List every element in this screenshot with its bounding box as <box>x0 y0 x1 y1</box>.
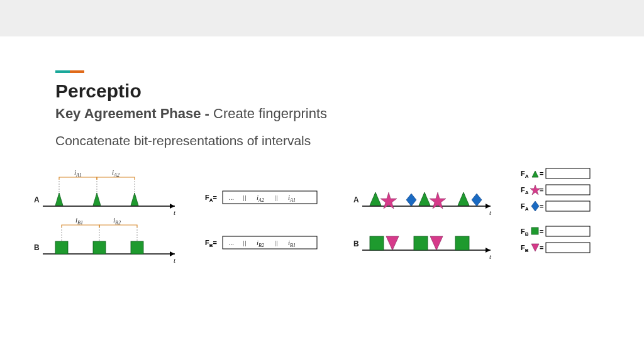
svg-text:FB: FB <box>521 244 529 253</box>
triangle-icon <box>55 193 63 206</box>
square-icon <box>55 241 68 254</box>
panel-timelines-ab: A t iA1 iA2 B <box>30 165 194 274</box>
fb-square-row: FB = <box>521 226 590 237</box>
interval-iB1: iB1 <box>75 216 83 226</box>
body-text: Concatenate bit-representations of inter… <box>55 133 594 148</box>
svg-marker-17 <box>532 171 538 177</box>
fa-dots: ... <box>229 194 234 201</box>
svg-text:=: = <box>540 186 543 194</box>
fb-dtri-row: FB = <box>521 243 590 253</box>
interval-iA1: iA1 <box>74 168 82 178</box>
fa-triangle-row: FA = <box>521 168 590 179</box>
svg-rect-23 <box>546 185 590 195</box>
subtitle-strong: Key Agreement Phase - <box>55 106 213 121</box>
svg-text:FA: FA <box>521 186 529 195</box>
svg-text:=: = <box>540 170 543 177</box>
diamond-icon <box>406 194 416 206</box>
triangle-icon <box>419 192 430 206</box>
svg-rect-11 <box>223 236 317 249</box>
triangle-icon <box>370 192 381 206</box>
svg-rect-19 <box>546 168 590 178</box>
square-icon <box>93 241 106 254</box>
axis-a2-t: t <box>489 209 492 216</box>
fa-star-row: FA = <box>521 185 590 195</box>
accent-teal <box>55 70 70 73</box>
down-triangle-icon <box>386 236 399 250</box>
svg-rect-29 <box>531 228 538 234</box>
fa-bars2: || <box>274 194 278 201</box>
triangle-icon <box>93 193 101 206</box>
diagram-area: A t iA1 iA2 B <box>55 165 596 290</box>
row-b-label-2: B <box>353 239 359 248</box>
svg-marker-25 <box>531 201 539 211</box>
svg-rect-27 <box>546 201 590 211</box>
subtitle: Key Agreement Phase - Create fingerprint… <box>55 106 594 122</box>
square-icon <box>414 236 428 250</box>
svg-text:=: = <box>540 244 543 251</box>
svg-text:=: = <box>540 228 543 235</box>
svg-marker-6 <box>170 251 175 256</box>
fa-bars1: || <box>243 194 247 201</box>
top-gray-band <box>0 0 644 36</box>
axis-a-t: t <box>174 209 176 216</box>
triangle-icon <box>458 192 469 206</box>
svg-text:FA: FA <box>521 170 529 179</box>
square-icon <box>131 241 143 254</box>
down-triangle-icon <box>430 236 443 250</box>
slide-content: Perceptio Key Agreement Phase - Create f… <box>0 36 644 290</box>
square-icon <box>455 236 469 250</box>
row-a-label-2: A <box>353 195 359 204</box>
subtitle-rest: Create fingerprints <box>213 106 327 121</box>
triangle-icon <box>131 193 138 206</box>
axis-b2-t: t <box>489 253 492 260</box>
page-title: Perceptio <box>55 80 594 102</box>
svg-text:=: = <box>540 202 543 210</box>
svg-rect-10 <box>223 191 317 204</box>
svg-marker-21 <box>530 185 540 195</box>
fb-dots: ... <box>229 239 234 246</box>
fa-label: FA= <box>205 194 217 203</box>
svg-text:FB: FB <box>521 228 529 237</box>
diamond-icon <box>472 194 482 206</box>
interval-iB2: iB2 <box>113 216 121 226</box>
accent-orange <box>70 70 84 73</box>
panel-fingerprint-boxes: FA= ... || iA2 || iA1 FB= ... || iB2 || … <box>205 186 337 264</box>
fa-diamond-row: FA = <box>521 201 590 212</box>
axis-b-t: t <box>174 256 176 264</box>
square-icon <box>370 236 384 250</box>
panel-mixed-timelines: A t B t <box>351 176 502 273</box>
svg-rect-35 <box>546 243 590 253</box>
accent-bar <box>55 70 84 73</box>
svg-marker-33 <box>531 244 539 251</box>
row-b-label: B <box>34 243 40 252</box>
svg-rect-31 <box>546 226 590 236</box>
panel-per-shape-fingerprints: FA = FA = FA = <box>521 165 609 274</box>
fb-label: FB= <box>205 239 217 248</box>
fb-bars2: || <box>274 239 278 246</box>
row-a-label: A <box>34 195 40 204</box>
interval-iA2: iA2 <box>112 168 119 178</box>
svg-marker-1 <box>170 204 175 209</box>
svg-marker-13 <box>486 204 491 209</box>
svg-marker-15 <box>486 248 491 253</box>
svg-text:FA: FA <box>521 202 529 212</box>
fb-bars1: || <box>243 239 247 246</box>
